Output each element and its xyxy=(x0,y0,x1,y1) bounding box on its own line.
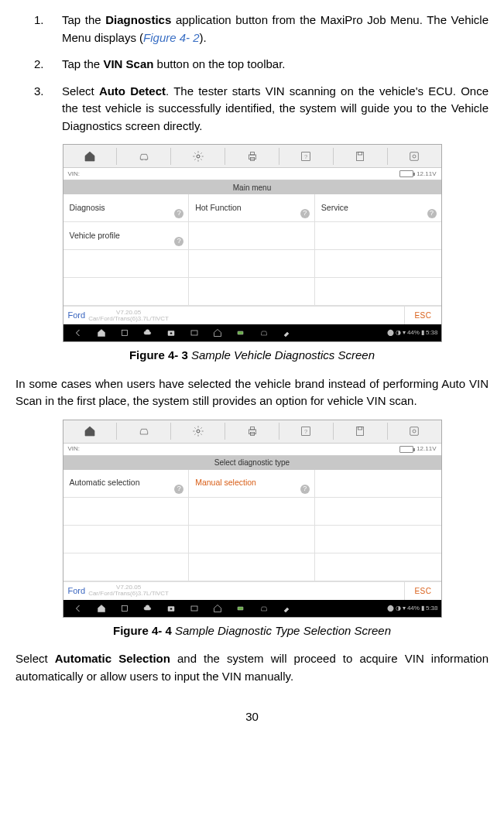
step-1: 1. Tap the Diagnostics application butto… xyxy=(15,12,489,46)
home-nav-icon[interactable] xyxy=(90,328,113,338)
car-nav-icon[interactable] xyxy=(252,604,276,613)
vehicle-profile-button[interactable]: Vehicle profile? xyxy=(63,222,190,250)
print-icon[interactable] xyxy=(225,145,279,167)
app-home-icon[interactable] xyxy=(206,328,229,338)
menu-grid: Diagnosis? Hot Function? Service? Vehicl… xyxy=(63,194,441,306)
tools-icon[interactable] xyxy=(276,604,299,613)
car-brand: Ford xyxy=(68,584,86,598)
screen-title: Select diagnostic type xyxy=(63,456,441,470)
step-1-text: Tap the Diagnostics application button f… xyxy=(62,12,489,46)
recent-apps-icon[interactable] xyxy=(113,328,136,338)
screenshot-icon[interactable] xyxy=(183,328,206,338)
empty-cell xyxy=(63,498,190,526)
step-3-text: Select Auto Detect. The tester starts VI… xyxy=(62,83,489,135)
empty-cell xyxy=(189,526,315,553)
home-icon[interactable] xyxy=(63,145,117,167)
vci-icon[interactable] xyxy=(229,328,252,338)
voltage-value: 12.11V xyxy=(417,170,436,179)
camera-icon[interactable] xyxy=(159,604,183,613)
back-icon[interactable] xyxy=(67,604,90,613)
svg-point-27 xyxy=(170,608,172,610)
empty-cell xyxy=(315,278,441,306)
car-icon[interactable] xyxy=(117,420,170,443)
hot-function-button[interactable]: Hot Function? xyxy=(189,194,315,222)
battery-icon xyxy=(399,170,413,177)
help-icon[interactable]: ? xyxy=(279,145,333,167)
empty-cell xyxy=(189,222,315,250)
figure-4-3-caption: Figure 4- 3 Sample Vehicle Diagnostics S… xyxy=(15,347,489,365)
clock: 5:38 xyxy=(426,328,438,338)
svg-point-12 xyxy=(170,332,172,334)
swap-icon[interactable] xyxy=(388,420,441,443)
footer-bar: Ford V7.20.05 Car/Ford/Trans(6)3.7L/TiVC… xyxy=(63,581,441,600)
svg-point-9 xyxy=(413,155,416,158)
svg-rect-29 xyxy=(238,607,243,610)
automatic-selection-button[interactable]: Automatic selection? xyxy=(63,470,190,498)
step-1-number: 1. xyxy=(15,12,62,46)
figure-4-3: ? VIN: 12.11V Main menu Diagnosis? Hot F… xyxy=(15,144,489,365)
camera-icon[interactable] xyxy=(159,328,183,338)
help-badge-icon: ? xyxy=(300,209,310,218)
svg-point-24 xyxy=(413,430,416,433)
diagnostic-type-screen: ? VIN: 12.11V Select diagnostic type Aut… xyxy=(63,420,442,618)
gear-icon[interactable] xyxy=(171,145,225,167)
svg-rect-2 xyxy=(250,152,254,154)
recent-apps-icon[interactable] xyxy=(113,604,136,613)
save-icon[interactable] xyxy=(334,420,387,443)
figure-4-4-caption: Figure 4- 4 Sample Diagnostic Type Selec… xyxy=(15,622,489,640)
figure-4-4: ? VIN: 12.11V Select diagnostic type Aut… xyxy=(15,420,489,640)
clock: 5:38 xyxy=(426,604,438,613)
top-toolbar: ? xyxy=(63,420,441,444)
empty-cell xyxy=(315,470,441,498)
help-badge-icon: ? xyxy=(427,209,437,218)
app-home-icon[interactable] xyxy=(206,604,229,613)
location-icon: ◑ xyxy=(396,604,401,613)
empty-cell xyxy=(189,553,315,581)
back-icon[interactable] xyxy=(67,328,90,338)
car-nav-icon[interactable] xyxy=(252,328,276,338)
esc-button[interactable]: ESC xyxy=(404,582,441,600)
tools-icon[interactable] xyxy=(276,328,299,338)
empty-cell xyxy=(315,553,441,581)
step-2: 2. Tap the VIN Scan button on the top to… xyxy=(15,56,489,74)
help-badge-icon: ? xyxy=(174,485,183,494)
vehicle-diagnostics-screen: ? VIN: 12.11V Main menu Diagnosis? Hot F… xyxy=(63,144,442,342)
voltage-value: 12.11V xyxy=(417,444,436,454)
car-icon[interactable] xyxy=(117,145,170,167)
save-icon[interactable] xyxy=(334,145,387,167)
esc-button[interactable]: ESC xyxy=(404,307,441,324)
car-brand: Ford xyxy=(68,309,86,322)
print-icon[interactable] xyxy=(225,420,279,443)
screenshot-icon[interactable] xyxy=(183,604,206,613)
page-number: 30 xyxy=(15,708,489,726)
cloud-icon[interactable] xyxy=(136,328,159,338)
swap-icon[interactable] xyxy=(388,145,441,167)
home-nav-icon[interactable] xyxy=(90,604,113,613)
diagnosis-button[interactable]: Diagnosis? xyxy=(63,194,190,222)
help-badge-icon: ? xyxy=(174,237,183,246)
svg-rect-25 xyxy=(122,605,127,611)
system-nav-bar: ⬤ ◑ ▾ 44% ▮ 5:38 xyxy=(63,600,441,617)
svg-text:?: ? xyxy=(304,152,307,159)
status-area: ⬤ ◑ ▾ 44% ▮ 5:38 xyxy=(387,328,438,338)
gear-icon[interactable] xyxy=(171,420,225,443)
cloud-icon[interactable] xyxy=(136,604,159,613)
car-description: Car/Ford/Trans(6)3.7L/TiVCT xyxy=(88,591,169,597)
system-nav-bar: ⬤ ◑ ▾ 44% ▮ 5:38 xyxy=(63,324,441,341)
help-icon[interactable]: ? xyxy=(279,420,333,443)
footer-bar: Ford V7.20.05 Car/Ford/Trans(6)3.7L/TiVC… xyxy=(63,306,441,324)
car-description: Car/Ford/Trans(6)3.7L/TiVCT xyxy=(88,316,169,322)
figure-ref-link[interactable]: Figure 4- 2 xyxy=(143,31,200,44)
empty-cell xyxy=(315,222,441,250)
service-button[interactable]: Service? xyxy=(315,194,441,222)
battery-icon xyxy=(399,446,413,453)
manual-selection-button[interactable]: Manual selection? xyxy=(189,470,315,498)
wifi-icon: ▾ xyxy=(403,328,406,338)
status-area: ⬤ ◑ ▾ 44% ▮ 5:38 xyxy=(387,604,438,613)
empty-cell xyxy=(189,250,315,278)
vci-icon[interactable] xyxy=(229,604,252,613)
signal-icon: ⬤ xyxy=(387,328,394,338)
empty-cell xyxy=(315,526,441,553)
svg-point-0 xyxy=(197,155,200,158)
home-icon[interactable] xyxy=(63,420,117,443)
